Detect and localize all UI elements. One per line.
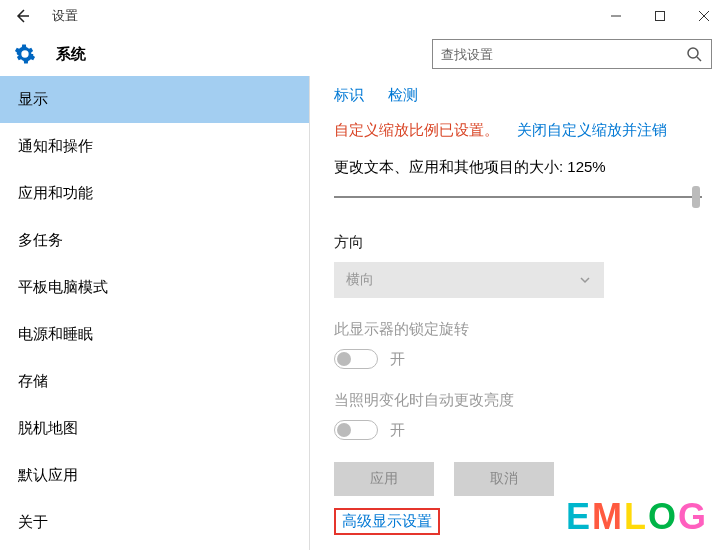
close-icon <box>698 10 710 22</box>
display-top-links: 标识 检测 <box>334 86 702 105</box>
sidebar-item-label: 脱机地图 <box>18 419 78 436</box>
sidebar-item-label: 应用和功能 <box>18 184 93 201</box>
auto-brightness-row: 开 <box>334 420 702 440</box>
scale-slider[interactable] <box>334 185 702 209</box>
titlebar: 设置 <box>0 0 726 32</box>
scale-status-message: 自定义缩放比例已设置。 <box>334 121 499 140</box>
sidebar-item-label: 存储 <box>18 372 48 389</box>
chevron-down-icon <box>578 273 592 287</box>
scale-value: 125% <box>567 158 605 175</box>
scale-label: 更改文本、应用和其他项目的大小: 125% <box>334 158 702 177</box>
sidebar-item-default-apps[interactable]: 默认应用 <box>0 452 309 499</box>
advanced-display-settings-link[interactable]: 高级显示设置 <box>334 508 440 535</box>
close-button[interactable] <box>682 0 726 32</box>
scale-status-row: 自定义缩放比例已设置。 关闭自定义缩放并注销 <box>334 121 702 140</box>
header-left: 系统 <box>14 43 86 65</box>
auto-brightness-state: 开 <box>390 421 405 440</box>
sidebar-item-tablet-mode[interactable]: 平板电脑模式 <box>0 264 309 311</box>
sidebar-item-storage[interactable]: 存储 <box>0 358 309 405</box>
sidebar-item-power-sleep[interactable]: 电源和睡眠 <box>0 311 309 358</box>
window-title: 设置 <box>52 7 78 25</box>
maximize-icon <box>654 10 666 22</box>
orientation-dropdown[interactable]: 横向 <box>334 262 604 298</box>
svg-rect-0 <box>656 12 665 21</box>
main-area: 显示 通知和操作 应用和功能 多任务 平板电脑模式 电源和睡眠 存储 脱机地图 … <box>0 76 726 550</box>
sidebar-item-multitasking[interactable]: 多任务 <box>0 217 309 264</box>
rotation-lock-toggle[interactable] <box>334 349 378 369</box>
orientation-selected: 横向 <box>346 271 374 289</box>
svg-point-1 <box>688 48 698 58</box>
sidebar-item-label: 通知和操作 <box>18 137 93 154</box>
maximize-button[interactable] <box>638 0 682 32</box>
search-box[interactable] <box>432 39 712 69</box>
slider-track-line <box>334 196 702 198</box>
minimize-icon <box>610 10 622 22</box>
sidebar-item-label: 显示 <box>18 90 48 107</box>
sidebar-item-notifications[interactable]: 通知和操作 <box>0 123 309 170</box>
detect-link[interactable]: 检测 <box>388 86 418 105</box>
orientation-label: 方向 <box>334 233 702 252</box>
back-button[interactable] <box>10 4 34 28</box>
search-icon <box>685 45 703 63</box>
sidebar-item-apps[interactable]: 应用和功能 <box>0 170 309 217</box>
rotation-lock-label: 此显示器的锁定旋转 <box>334 320 702 339</box>
sidebar: 显示 通知和操作 应用和功能 多任务 平板电脑模式 电源和睡眠 存储 脱机地图 … <box>0 76 310 550</box>
sidebar-item-label: 默认应用 <box>18 466 78 483</box>
apply-button[interactable]: 应用 <box>334 462 434 496</box>
titlebar-left: 设置 <box>10 4 78 28</box>
auto-brightness-toggle[interactable] <box>334 420 378 440</box>
sidebar-item-label: 关于 <box>18 513 48 530</box>
window-controls <box>594 0 726 32</box>
sidebar-item-label: 平板电脑模式 <box>18 278 108 295</box>
rotation-lock-row: 开 <box>334 349 702 369</box>
page-title: 系统 <box>56 45 86 64</box>
sidebar-item-about[interactable]: 关于 <box>0 499 309 546</box>
apply-cancel-row: 应用 取消 <box>334 462 702 496</box>
sidebar-item-label: 多任务 <box>18 231 63 248</box>
sidebar-item-display[interactable]: 显示 <box>0 76 309 123</box>
header-row: 系统 <box>0 32 726 76</box>
watermark: EMLOG <box>566 496 708 538</box>
auto-brightness-label: 当照明变化时自动更改亮度 <box>334 391 702 410</box>
sidebar-item-offline-maps[interactable]: 脱机地图 <box>0 405 309 452</box>
cancel-button[interactable]: 取消 <box>454 462 554 496</box>
minimize-button[interactable] <box>594 0 638 32</box>
toggle-knob <box>337 423 351 437</box>
scale-status-action[interactable]: 关闭自定义缩放并注销 <box>517 121 667 140</box>
back-arrow-icon <box>13 7 31 25</box>
sidebar-item-label: 电源和睡眠 <box>18 325 93 342</box>
content: 标识 检测 自定义缩放比例已设置。 关闭自定义缩放并注销 更改文本、应用和其他项… <box>310 76 726 550</box>
toggle-knob <box>337 352 351 366</box>
settings-gear-icon <box>14 43 36 65</box>
identify-link[interactable]: 标识 <box>334 86 364 105</box>
rotation-lock-state: 开 <box>390 350 405 369</box>
search-input[interactable] <box>441 47 685 62</box>
slider-thumb[interactable] <box>692 186 700 208</box>
